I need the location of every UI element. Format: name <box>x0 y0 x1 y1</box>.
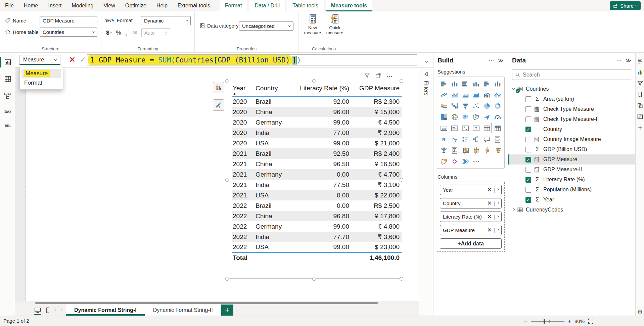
new-slicer-visual-icon[interactable] <box>471 145 481 156</box>
field-checkbox[interactable] <box>525 167 531 173</box>
percent-format-button[interactable]: % <box>116 30 121 36</box>
build-more-options-icon[interactable]: ⋯ <box>489 57 494 64</box>
scatter-chart-icon[interactable] <box>471 100 481 111</box>
table-row[interactable]: 2022India77.70₹ 3,600 <box>232 232 402 242</box>
zoom-out-button[interactable]: − <box>524 318 527 325</box>
tab-format[interactable]: Format <box>220 0 247 11</box>
field-checkbox[interactable] <box>525 96 531 102</box>
power-apps-visual-icon[interactable] <box>449 156 460 167</box>
discard-formula-button[interactable]: ✕ <box>67 54 77 65</box>
filled-map-icon[interactable] <box>460 111 471 123</box>
clustered-bar-chart-icon[interactable] <box>460 78 471 89</box>
area-chart-icon[interactable] <box>449 89 460 100</box>
suggest-visual-type-button[interactable] <box>213 82 224 93</box>
collapse-build-pane-icon[interactable]: ≫ <box>498 57 504 64</box>
expand-table-chevron-icon[interactable] <box>512 208 515 211</box>
table-row[interactable]: 2020Germany99.00€ 4,500 <box>232 117 402 128</box>
pie-chart-icon[interactable] <box>481 100 492 111</box>
table-header-row[interactable]: Year▲CountryLiteracy Rate (%)GDP Measure <box>232 83 402 96</box>
line-and-stacked-column-chart-icon[interactable] <box>481 89 492 100</box>
clustered-column-chart-icon[interactable] <box>471 78 481 89</box>
tab-data-drill[interactable]: Data / Drill <box>249 0 285 11</box>
stacked-column-chart-icon[interactable] <box>449 78 460 89</box>
gauge-icon[interactable] <box>492 111 503 123</box>
column-header-country[interactable]: Country <box>255 83 297 96</box>
more-options-icon[interactable]: ⋯ <box>386 73 393 80</box>
quick-measure-button[interactable]: Quick measure <box>324 13 345 46</box>
scrollbar-thumb[interactable] <box>35 302 378 304</box>
r-script-visual-icon[interactable]: R <box>439 134 449 145</box>
new-page-button[interactable]: + <box>221 305 233 316</box>
remove-field-icon[interactable]: ✕ <box>487 200 492 207</box>
table-row[interactable]: 2021Brazil92.50R$ 2,400 <box>232 148 402 159</box>
ribbon-chart-icon[interactable] <box>439 100 449 111</box>
menu-item-optimize[interactable]: Optimize <box>120 0 151 11</box>
model-view-icon[interactable] <box>3 91 12 100</box>
data-category-select[interactable]: Uncategorized <box>239 21 293 31</box>
field-checkbox[interactable]: ✓ <box>525 127 531 132</box>
add-visual-icon[interactable] <box>636 124 644 131</box>
azure-map-icon[interactable] <box>481 111 492 123</box>
table-row[interactable]: 2020Brazil92.00R$ 2,300 <box>232 96 402 107</box>
line-and-clustered-column-chart-icon[interactable] <box>492 89 503 100</box>
text-slicer-visual-icon[interactable]: A <box>481 145 492 156</box>
field-literacy-rate-[interactable]: ✓ΣLiteracy Rate (%) <box>508 175 635 185</box>
new-card-visual-icon[interactable]: 123 <box>460 145 471 156</box>
line-chart-icon[interactable] <box>439 89 449 100</box>
column-header-gdp-measure[interactable]: GDP Measure <box>351 83 402 96</box>
format-select[interactable]: Dynamic <box>141 16 191 25</box>
table-row[interactable]: 2021India77.50₹ 3,100 <box>232 180 402 190</box>
button-slicer-visual-icon[interactable] <box>492 145 503 156</box>
field-well-literacy-rate-[interactable]: Literacy Rate (%)✕| <box>440 212 502 222</box>
table-row[interactable]: 2020India77.00₹ 2,900 <box>232 128 402 138</box>
focus-mode-icon[interactable] <box>375 73 381 80</box>
measure-name-input[interactable]: GDP Measure <box>40 16 97 25</box>
matrix-icon[interactable] <box>492 123 503 134</box>
field-checkbox[interactable] <box>525 137 531 142</box>
table-row[interactable]: 2022Germany99.00€ 4,800 <box>232 221 402 232</box>
field-search-input[interactable]: Search <box>512 69 631 80</box>
bookmarks-icon[interactable] <box>636 91 644 98</box>
table-row[interactable]: 2021Germany0.00€ 4,700 <box>232 169 402 180</box>
table-row[interactable]: 2021China96.50¥ 16,500 <box>232 159 402 169</box>
data-pane-icon[interactable] <box>636 57 644 65</box>
menu-item-file[interactable]: File <box>0 0 19 11</box>
donut-chart-icon[interactable] <box>492 100 503 111</box>
stacked-area-chart-icon[interactable] <box>460 89 471 100</box>
more-visuals-icon[interactable] <box>471 156 481 167</box>
field-year[interactable]: ✓ΣYear <box>508 195 635 205</box>
table-row[interactable]: 2020China96.00¥ 15,000 <box>232 107 402 117</box>
key-influencers-icon[interactable] <box>460 134 471 145</box>
dax-query-view-icon[interactable]: DAX) <box>3 107 12 116</box>
q-and-a-icon[interactable] <box>481 134 492 145</box>
fit-to-page-icon[interactable] <box>588 318 594 324</box>
field-options-chevron-icon[interactable] <box>497 201 499 204</box>
column-header-year[interactable]: Year▲ <box>232 83 255 96</box>
field-checkbox[interactable] <box>525 106 531 112</box>
visual-resize-handle[interactable] <box>225 79 229 83</box>
visual-resize-handle[interactable] <box>400 178 403 182</box>
field-population-millions-[interactable]: ΣPopulation (Millions) <box>508 185 635 195</box>
decimal-places-spinner[interactable]: Auto <box>141 28 170 37</box>
filters-pane-label[interactable]: Filters <box>423 81 429 96</box>
field-checkbox[interactable]: ✓ <box>525 157 531 162</box>
field-well-gdp-measure[interactable]: GDP Measure✕| <box>440 225 502 235</box>
visual-resize-handle[interactable] <box>400 79 403 83</box>
paginated-report-icon[interactable] <box>449 145 460 156</box>
column-header-literacy-rate-[interactable]: Literacy Rate (%) <box>297 83 351 96</box>
power-automate-visual-icon[interactable] <box>460 156 471 167</box>
expand-filters-pane-icon[interactable] <box>423 71 429 77</box>
settings-gear-icon[interactable]: ⚙ <box>636 308 644 315</box>
table-visual[interactable]: Year▲CountryLiteracy Rate (%)GDP Measure… <box>227 81 401 279</box>
menu-item-view[interactable]: View <box>98 0 120 11</box>
metrics-icon[interactable] <box>439 145 449 156</box>
visualizations-icon[interactable] <box>636 68 644 76</box>
visual-resize-handle[interactable] <box>225 178 229 182</box>
field-check-type-measure-ii[interactable]: Check Type Measure-II <box>508 114 635 124</box>
menu-item-modeling[interactable]: Modeling <box>66 0 98 11</box>
next-page-arrow-icon[interactable] <box>58 305 63 316</box>
field-check-type-measure[interactable]: Check Type Measure <box>508 104 635 114</box>
table-icon[interactable] <box>481 123 492 134</box>
visual-resize-handle[interactable] <box>312 79 316 83</box>
decomposition-tree-icon[interactable] <box>471 134 481 145</box>
